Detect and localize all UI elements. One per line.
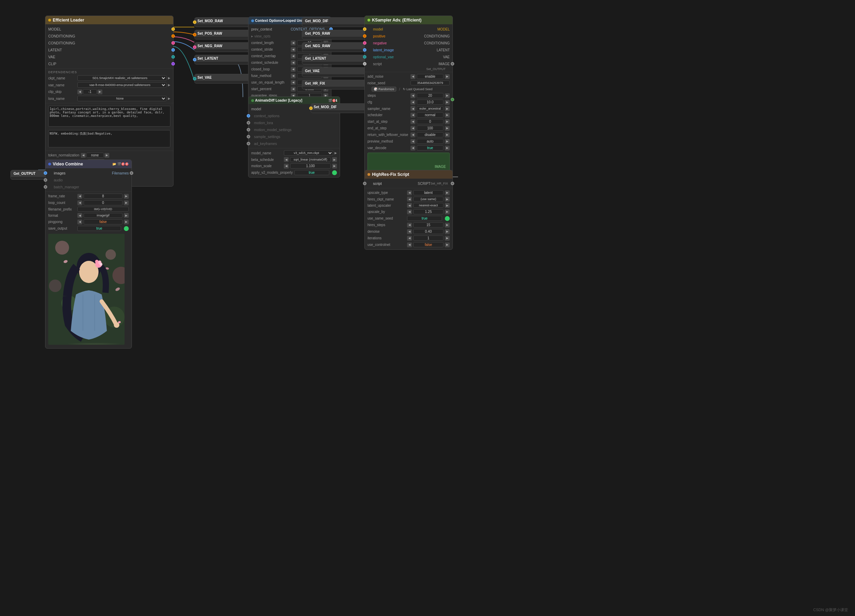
ping-inc[interactable]: ▶ bbox=[124, 220, 129, 225]
conditioning-neg-connector[interactable] bbox=[172, 41, 175, 45]
clip-skip-inc[interactable]: ▶ bbox=[98, 90, 103, 94]
leftover-dec[interactable]: ◀ bbox=[411, 133, 415, 138]
iterations-dec[interactable]: ◀ bbox=[407, 236, 412, 241]
vae-select[interactable]: vae-ft-mse-840000-ema-pruned safetensors bbox=[77, 82, 167, 88]
ad-kf-in[interactable] bbox=[247, 142, 250, 145]
vc-images-in[interactable] bbox=[44, 171, 47, 175]
positive-prompt[interactable]: 1girl,chinese,portrait,walking,cherry_bl… bbox=[48, 106, 170, 127]
ping-dec[interactable]: ◀ bbox=[77, 220, 82, 225]
ad-model-select[interactable]: v3_sd15_mm.ckpt bbox=[284, 150, 333, 156]
cfg-inc[interactable]: ▶ bbox=[445, 100, 450, 105]
equal-dec[interactable]: ◀ bbox=[291, 80, 296, 85]
start-inc[interactable]: ▶ bbox=[445, 119, 450, 124]
hires-ckpt-inc[interactable]: ▶ bbox=[445, 197, 450, 202]
negative-prompt[interactable]: NSFW, embedding:负面|bad:Negative, bbox=[48, 130, 170, 147]
hires-steps-dec[interactable]: ◀ bbox=[407, 223, 412, 228]
model-connector[interactable] bbox=[172, 28, 175, 31]
latent-connector[interactable] bbox=[172, 48, 175, 52]
ad-lora-in[interactable] bbox=[247, 121, 250, 124]
upscale-by-inc[interactable]: ▶ bbox=[445, 209, 450, 214]
sampler-dec[interactable]: ◀ bbox=[411, 106, 415, 111]
vc-audio-in[interactable] bbox=[44, 178, 47, 182]
latent-up-inc[interactable]: ▶ bbox=[445, 203, 450, 208]
hires-ckpt-dec[interactable]: ◀ bbox=[407, 197, 412, 202]
set-neg-raw-in[interactable] bbox=[193, 46, 196, 49]
iterations-inc[interactable]: ▶ bbox=[445, 236, 450, 241]
ks-vae-in[interactable] bbox=[363, 55, 366, 59]
upscale-type-dec[interactable]: ◀ bbox=[407, 190, 412, 195]
hr-script-in[interactable] bbox=[363, 182, 366, 185]
randomize-btn[interactable]: 🎲 Randomize bbox=[372, 87, 396, 92]
upscale-type-inc[interactable]: ▶ bbox=[445, 190, 450, 195]
set-vae-in[interactable] bbox=[193, 77, 196, 81]
ks-neg-in[interactable] bbox=[363, 41, 366, 45]
ks-model-in[interactable] bbox=[363, 28, 366, 31]
beta-inc[interactable]: ▶ bbox=[332, 157, 337, 162]
vae-dec-dec[interactable]: ◀ bbox=[411, 146, 415, 151]
ctx-ovlp-dec[interactable]: ◀ bbox=[291, 54, 296, 59]
cfg-dec[interactable]: ◀ bbox=[411, 100, 415, 105]
vae-dec-inc[interactable]: ▶ bbox=[445, 146, 450, 151]
hr-script-out[interactable] bbox=[451, 182, 454, 185]
ks-output-out[interactable] bbox=[451, 62, 454, 66]
scheduler-inc[interactable]: ▶ bbox=[445, 113, 450, 118]
ctx-len-dec[interactable]: ◀ bbox=[291, 41, 296, 46]
ks-latent-in[interactable] bbox=[363, 48, 366, 52]
preview-inc[interactable]: ▶ bbox=[445, 139, 450, 144]
vae-connector[interactable] bbox=[172, 55, 175, 59]
conditioning-pos-connector[interactable] bbox=[172, 34, 175, 38]
scale-dec[interactable]: ◀ bbox=[284, 164, 289, 168]
ckpt-select[interactable]: SD1.5majicMIX realistic_v6 safetensors bbox=[77, 75, 167, 81]
steps-inc[interactable]: ▶ bbox=[445, 93, 450, 98]
end-inc[interactable]: ▶ bbox=[445, 126, 450, 131]
ad-ctx-in[interactable] bbox=[247, 114, 250, 118]
steps-dec[interactable]: ◀ bbox=[411, 93, 415, 98]
ctrl-dec[interactable]: ◀ bbox=[407, 243, 412, 247]
ad-ss-in[interactable] bbox=[247, 135, 250, 138]
end-dec[interactable]: ◀ bbox=[411, 126, 415, 131]
token-inc[interactable]: ▶ bbox=[104, 153, 109, 158]
ks-script-in[interactable] bbox=[363, 62, 366, 66]
scheduler-dec[interactable]: ◀ bbox=[411, 113, 415, 118]
start-dec[interactable]: ◀ bbox=[291, 87, 296, 92]
fuse-dec[interactable]: ◀ bbox=[291, 73, 296, 78]
vc-filenames-out[interactable] bbox=[130, 171, 133, 175]
same-seed-toggle[interactable] bbox=[445, 216, 450, 221]
framerate-dec[interactable]: ◀ bbox=[77, 194, 82, 199]
denoise-inc[interactable]: ▶ bbox=[445, 229, 450, 234]
format-dec[interactable]: ◀ bbox=[77, 213, 82, 218]
preview-dec[interactable]: ◀ bbox=[411, 139, 415, 144]
apply-toggle[interactable] bbox=[332, 170, 337, 175]
ks-pos-in[interactable] bbox=[363, 34, 366, 38]
framerate-inc[interactable]: ▶ bbox=[124, 194, 129, 199]
closed-dec[interactable]: ◀ bbox=[291, 67, 296, 72]
hires-steps-inc[interactable]: ▶ bbox=[445, 223, 450, 228]
ad-mms-in[interactable] bbox=[247, 128, 250, 131]
start-dec[interactable]: ◀ bbox=[411, 119, 415, 124]
format-inc[interactable]: ▶ bbox=[124, 213, 129, 218]
ksampler-image-out[interactable] bbox=[451, 98, 454, 101]
vc-bm-in[interactable] bbox=[44, 185, 47, 189]
beta-dec[interactable]: ◀ bbox=[284, 157, 289, 162]
upscale-by-dec[interactable]: ◀ bbox=[407, 209, 412, 214]
loop-dec[interactable]: ◀ bbox=[77, 200, 82, 205]
save-toggle[interactable] bbox=[124, 226, 129, 231]
lora-select[interactable]: None bbox=[77, 96, 167, 101]
latent-up-dec[interactable]: ◀ bbox=[407, 203, 412, 208]
ctrl-inc[interactable]: ▶ bbox=[445, 243, 450, 247]
noise-dec[interactable]: ◀ bbox=[411, 74, 415, 79]
clip-connector[interactable] bbox=[172, 62, 175, 66]
noise-inc[interactable]: ▶ bbox=[445, 74, 450, 79]
clip-skip-dec[interactable]: ◀ bbox=[77, 90, 82, 94]
loop-inc[interactable]: ▶ bbox=[124, 200, 129, 205]
leftover-inc[interactable]: ▶ bbox=[445, 133, 450, 138]
sampler-inc[interactable]: ▶ bbox=[445, 106, 450, 111]
ctx-sch-dec[interactable]: ◀ bbox=[291, 60, 296, 65]
token-dec[interactable]: ◀ bbox=[81, 153, 86, 158]
set-mod-dif-in[interactable] bbox=[309, 107, 313, 110]
set-mod-raw-in[interactable] bbox=[193, 20, 196, 24]
denoise-dec[interactable]: ◀ bbox=[407, 229, 412, 234]
scale-inc[interactable]: ▶ bbox=[332, 164, 337, 168]
set-pos-raw-in[interactable] bbox=[193, 33, 196, 37]
ctx-str-dec[interactable]: ◀ bbox=[291, 47, 296, 52]
